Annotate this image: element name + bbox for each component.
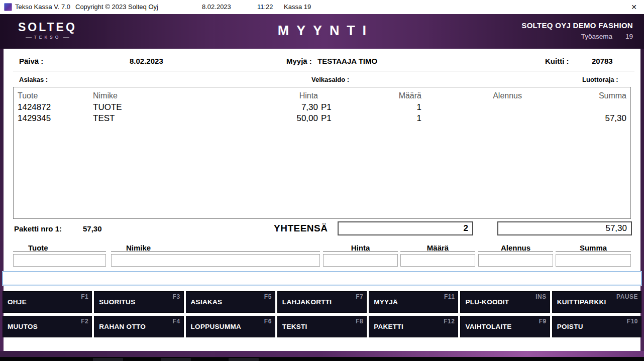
button-label: OHJE bbox=[8, 298, 27, 306]
logo-dash-left bbox=[26, 37, 32, 38]
total-label: YHTEENSÄ bbox=[274, 223, 328, 234]
taskbar-item bbox=[229, 358, 259, 361]
taskbar bbox=[0, 357, 644, 361]
nimike-input[interactable] bbox=[111, 254, 320, 267]
table-row[interactable]: 1424872 TUOTE 7,30 P1 1 bbox=[14, 102, 630, 113]
summa-input[interactable] bbox=[556, 254, 631, 267]
button-key: F3 bbox=[173, 293, 180, 300]
button-label: RAHAN OTTO bbox=[99, 323, 146, 330]
entry-column-nimike: Nimike bbox=[111, 244, 320, 267]
separator-line bbox=[13, 71, 634, 71]
col-header-alennus: Alennus bbox=[421, 90, 522, 102]
date-label: Päivä : bbox=[19, 57, 43, 65]
button-label: LOPPUSUMMA bbox=[191, 323, 242, 330]
cell-hinta: 7,30 bbox=[259, 102, 318, 113]
myyja-button[interactable]: MYYJÄ F11 bbox=[369, 291, 458, 313]
cell-hinta-code: P1 bbox=[318, 102, 341, 113]
col-header-summa: Summa bbox=[522, 90, 626, 102]
button-key: F8 bbox=[356, 318, 363, 325]
lahjakortti-button[interactable]: LAHJAKORTTI F7 bbox=[277, 291, 367, 313]
rahan-otto-button[interactable]: RAHAN OTTO F4 bbox=[94, 316, 183, 337]
button-key: F12 bbox=[444, 318, 455, 325]
button-key: F4 bbox=[173, 318, 180, 325]
button-label: PAKETTI bbox=[374, 323, 403, 330]
app-icon bbox=[4, 3, 12, 11]
total-sum-box: 57,30 bbox=[497, 221, 632, 235]
button-label: MYYJÄ bbox=[374, 298, 398, 306]
solteq-logo: SOLTEQ TEKSO bbox=[18, 21, 77, 40]
button-label: SUORITUS bbox=[99, 298, 135, 306]
customer-label: Asiakas : bbox=[19, 76, 48, 83]
button-label: PLU-KOODIT bbox=[465, 298, 509, 306]
col-header-spacer bbox=[318, 90, 341, 102]
button-label: KUITTIPARKKI bbox=[557, 298, 606, 306]
workstation: Työasema19 bbox=[521, 33, 633, 40]
cell-maara: 1 bbox=[341, 113, 421, 124]
logo-subtext: TEKSO bbox=[18, 35, 77, 40]
cell-tuote: 1429345 bbox=[18, 113, 93, 124]
window-bottom-frame bbox=[0, 351, 644, 357]
header: SOLTEQ TEKSO MYYNTI SOLTEQ OYJ DEMO FASH… bbox=[0, 14, 644, 49]
suoritus-button[interactable]: SUORITUS F3 bbox=[94, 291, 183, 313]
button-key: F6 bbox=[264, 318, 272, 325]
ohje-button[interactable]: OHJE F1 bbox=[3, 291, 92, 313]
vaihtolaite-button[interactable]: VAIHTOLAITE F9 bbox=[460, 316, 550, 337]
date-value: 8.02.2023 bbox=[130, 57, 163, 65]
button-label: MUUTOS bbox=[8, 323, 38, 330]
app-title: Tekso Kassa V. 7.0 bbox=[15, 3, 70, 11]
logo-sub-label: TEKSO bbox=[34, 35, 61, 40]
cell-maara: 1 bbox=[341, 102, 421, 113]
cell-alennus bbox=[421, 102, 522, 113]
debt-label: Velkasaldo : bbox=[311, 76, 349, 83]
seller-value: TESTAAJA TIMO bbox=[317, 57, 377, 65]
store-info: SOLTEQ OYJ DEMO FASHION Työasema19 bbox=[521, 21, 633, 40]
button-key: F9 bbox=[539, 318, 547, 325]
table-row[interactable]: 1429345 TEST 50,00 P1 1 57,30 bbox=[14, 113, 630, 124]
tuote-input[interactable] bbox=[13, 254, 106, 267]
poistu-button[interactable]: POISTU F10 bbox=[552, 316, 641, 337]
kuittiparkki-button[interactable]: KUITTIPARKKI PAUSE bbox=[552, 291, 641, 313]
cell-tuote: 1424872 bbox=[18, 102, 93, 113]
entry-label-summa: Summa bbox=[556, 244, 631, 252]
muutos-button[interactable]: MUUTOS F2 bbox=[3, 316, 92, 337]
maara-input[interactable] bbox=[400, 254, 475, 267]
teksti-button[interactable]: TEKSTI F8 bbox=[277, 316, 367, 337]
cell-nimike: TUOTE bbox=[93, 102, 259, 113]
alennus-input[interactable] bbox=[478, 254, 553, 267]
button-key: F7 bbox=[356, 293, 363, 300]
receipt-label: Kuitti : bbox=[545, 57, 569, 65]
titlebar-register: Kassa 19 bbox=[284, 3, 311, 11]
button-label: VAIHTOLAITE bbox=[465, 323, 511, 330]
hinta-input[interactable] bbox=[323, 254, 398, 267]
entry-label-hinta: Hinta bbox=[323, 244, 398, 252]
col-header-maara: Määrä bbox=[341, 90, 421, 102]
button-label: ASIAKAS bbox=[191, 298, 223, 306]
entry-label-maara: Määrä bbox=[400, 244, 475, 252]
tekso-kassa-window: Tekso Kassa V. 7.0 Copyright © 2023 Solt… bbox=[0, 0, 644, 361]
logo-text: SOLTEQ bbox=[18, 21, 77, 34]
close-icon[interactable]: ✕ bbox=[628, 1, 640, 13]
main-content: Päivä : 8.02.2023 Myyjä : TESTAAJA TIMO … bbox=[4, 49, 640, 351]
table-header-row: Tuote Nimike Hinta Määrä Alennus Summa bbox=[14, 87, 630, 102]
button-key: F5 bbox=[264, 293, 272, 300]
entry-label-nimike: Nimike bbox=[111, 244, 320, 252]
cell-summa: 57,30 bbox=[522, 113, 626, 124]
store-name: SOLTEQ OYJ DEMO FASHION bbox=[521, 21, 633, 30]
button-key: F2 bbox=[81, 318, 88, 325]
titlebar: Tekso Kassa V. 7.0 Copyright © 2023 Solt… bbox=[0, 0, 644, 14]
entry-column-hinta: Hinta bbox=[323, 244, 398, 267]
command-input[interactable] bbox=[3, 272, 641, 285]
asiakas-button[interactable]: ASIAKAS F5 bbox=[186, 291, 275, 313]
workstation-label: Työasema bbox=[581, 33, 612, 40]
plu-koodit-button[interactable]: PLU-KOODIT INS bbox=[460, 291, 550, 313]
button-label: POISTU bbox=[557, 323, 583, 330]
copyright-text: Copyright © 2023 Solteq Oyj bbox=[75, 3, 158, 11]
taskbar-item bbox=[93, 358, 123, 361]
paketti-button[interactable]: PAKETTI F12 bbox=[369, 316, 458, 337]
sales-table: Tuote Nimike Hinta Määrä Alennus Summa 1… bbox=[13, 87, 631, 219]
button-key: PAUSE bbox=[616, 293, 638, 300]
loppusumma-button[interactable]: LOPPUSUMMA F6 bbox=[186, 316, 275, 337]
entry-column-tuote: Tuote bbox=[13, 244, 106, 267]
packet-label: Paketti nro 1: bbox=[14, 224, 62, 233]
entry-label-alennus: Alennus bbox=[478, 244, 553, 252]
